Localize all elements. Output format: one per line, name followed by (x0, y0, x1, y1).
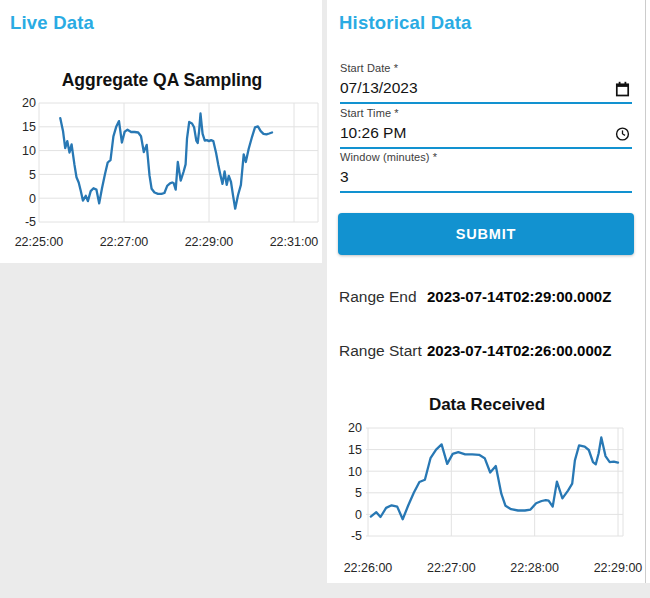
range-end-label: Range End (339, 288, 427, 306)
live-data-heading: Live Data (10, 12, 94, 34)
start-date-field: Start Date * (340, 62, 632, 104)
historical-data-card: Historical Data Start Date * Start Time … (327, 0, 645, 583)
clock-icon[interactable] (615, 126, 630, 142)
svg-text:22:27:00: 22:27:00 (100, 235, 149, 249)
svg-text:15: 15 (22, 120, 36, 134)
live-data-card: Live Data -50510152022:25:0022:27:0022:2… (0, 0, 322, 263)
svg-text:10: 10 (348, 465, 362, 479)
svg-text:22:25:00: 22:25:00 (15, 235, 64, 249)
svg-text:-5: -5 (25, 215, 36, 229)
calendar-icon[interactable] (615, 81, 630, 97)
svg-text:Aggregate QA Sampling: Aggregate QA Sampling (62, 70, 263, 90)
live-chart: -50510152022:25:0022:27:0022:29:0022:31:… (0, 56, 322, 256)
svg-text:5: 5 (355, 486, 362, 500)
submit-button[interactable]: SUBMIT (338, 213, 634, 255)
start-time-input[interactable] (340, 121, 602, 145)
start-time-input-row (340, 120, 632, 147)
svg-text:20: 20 (22, 96, 36, 110)
svg-text:10: 10 (22, 144, 36, 158)
svg-text:5: 5 (29, 168, 36, 182)
window-minutes-input[interactable] (340, 165, 602, 189)
window-minutes-label: Window (minutes) * (340, 151, 632, 164)
range-end-row: Range End 2023-07-14T02:29:00.000Z (339, 288, 611, 306)
svg-text:0: 0 (355, 508, 362, 522)
data-received-chart: -50510152022:26:0022:27:0022:28:0022:29:… (327, 388, 645, 583)
historical-data-heading: Historical Data (339, 12, 472, 34)
range-start-label: Range Start (339, 342, 427, 360)
svg-text:22:31:00: 22:31:00 (270, 235, 319, 249)
start-date-input-row (340, 75, 632, 102)
svg-text:Data Received: Data Received (429, 395, 545, 414)
svg-text:22:29:00: 22:29:00 (185, 235, 234, 249)
range-start-row: Range Start 2023-07-14T02:26:00.000Z (339, 342, 611, 360)
svg-text:15: 15 (348, 443, 362, 457)
window-minutes-input-row (340, 164, 632, 191)
svg-text:-5: -5 (351, 529, 362, 543)
start-date-input[interactable] (340, 76, 602, 100)
svg-text:0: 0 (29, 192, 36, 206)
svg-text:22:27:00: 22:27:00 (427, 561, 476, 575)
start-time-label: Start Time * (340, 107, 632, 120)
svg-text:22:29:00: 22:29:00 (594, 561, 643, 575)
window-edge-strip (645, 0, 650, 583)
svg-text:22:26:00: 22:26:00 (344, 561, 393, 575)
start-date-label: Start Date * (340, 62, 632, 75)
window-minutes-field: Window (minutes) * (340, 151, 632, 193)
start-time-field: Start Time * (340, 107, 632, 149)
svg-text:22:28:00: 22:28:00 (510, 561, 559, 575)
range-end-value: 2023-07-14T02:29:00.000Z (427, 288, 611, 305)
svg-text:20: 20 (348, 421, 362, 435)
range-start-value: 2023-07-14T02:26:00.000Z (427, 342, 611, 359)
